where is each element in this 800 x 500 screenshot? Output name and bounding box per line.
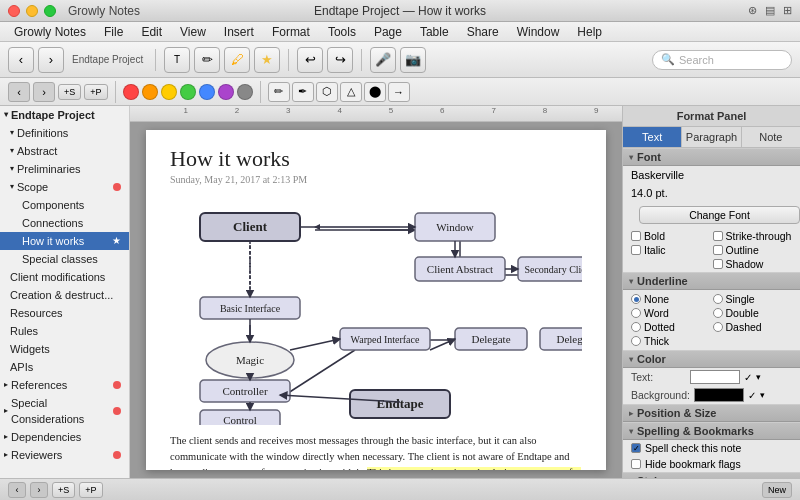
underline-section-header[interactable]: ▾ Underline <box>623 272 800 290</box>
minimize-button[interactable] <box>26 5 38 17</box>
underline-dashed[interactable]: Dashed <box>713 321 793 333</box>
underline-single[interactable]: Single <box>713 293 793 305</box>
menu-view[interactable]: View <box>172 22 214 42</box>
underline-dotted[interactable]: Dotted <box>631 321 711 333</box>
underline-word[interactable]: Word <box>631 307 711 319</box>
bg-color-swatch[interactable] <box>694 388 744 402</box>
bottom-tag-s[interactable]: +S <box>52 482 75 498</box>
draw-btn-5[interactable]: ⬤ <box>364 82 386 102</box>
strikethrough-checkbox[interactable]: Strike-through <box>713 230 793 242</box>
menu-share[interactable]: Share <box>459 22 507 42</box>
underline-double[interactable]: Double <box>713 307 793 319</box>
color-yellow[interactable] <box>161 84 177 100</box>
sidebar-item-apis[interactable]: APIs <box>0 358 129 376</box>
font-section-header[interactable]: ▾ Font <box>623 148 800 166</box>
color-blue[interactable] <box>199 84 215 100</box>
pencil-tool[interactable]: ✏ <box>194 47 220 73</box>
color-orange[interactable] <box>142 84 158 100</box>
menu-window[interactable]: Window <box>509 22 568 42</box>
menu-table[interactable]: Table <box>412 22 457 42</box>
bottom-new-btn[interactable]: New <box>762 482 792 498</box>
sidebar-item-definitions[interactable]: ▾ Definitions <box>0 124 129 142</box>
outline-checkbox[interactable]: Outline <box>713 244 793 256</box>
sidebar-item-how-it-works[interactable]: How it works ★ <box>0 232 129 250</box>
sidebar-item-creation[interactable]: Creation & destruct... <box>0 286 129 304</box>
dropdown-icon[interactable]: ▾ <box>756 372 761 382</box>
nav-fwd-btn[interactable]: › <box>33 82 55 102</box>
draw-btn-3[interactable]: ⬡ <box>316 82 338 102</box>
sidebar-item-connections[interactable]: Connections <box>0 214 129 232</box>
color-section-header[interactable]: ▾ Color <box>623 350 800 368</box>
highlight-tool[interactable]: 🖊 <box>224 47 250 73</box>
draw-btn-6[interactable]: → <box>388 82 410 102</box>
bold-checkbox[interactable]: Bold <box>631 230 711 242</box>
draw-btn-4[interactable]: △ <box>340 82 362 102</box>
sidebar-item-dependencies[interactable]: ▸ Dependencies <box>0 428 129 446</box>
svg-text:Endtape: Endtape <box>377 396 424 411</box>
sidebar-item-preliminaries[interactable]: ▾ Preliminaries <box>0 160 129 178</box>
forward-button[interactable]: › <box>38 47 64 73</box>
color-purple[interactable] <box>218 84 234 100</box>
menu-tools[interactable]: Tools <box>320 22 364 42</box>
nav-back-btn[interactable]: ‹ <box>8 82 30 102</box>
spell-check-row[interactable]: ✓ Spell check this note <box>623 440 800 456</box>
sidebar-item-resources[interactable]: Resources <box>0 304 129 322</box>
tab-note[interactable]: Note <box>742 127 800 147</box>
menu-file[interactable]: File <box>96 22 131 42</box>
color-gray[interactable] <box>237 84 253 100</box>
sidebar-label: Client modifications <box>10 269 105 285</box>
sidebar-label: Creation & destruct... <box>10 287 113 303</box>
shadow-checkbox[interactable]: Shadow <box>713 258 793 270</box>
mic-tool[interactable]: 🎤 <box>370 47 396 73</box>
draw-btn-2[interactable]: ✒ <box>292 82 314 102</box>
back-button[interactable]: ‹ <box>8 47 34 73</box>
close-button[interactable] <box>8 5 20 17</box>
sidebar-item-components[interactable]: Components <box>0 196 129 214</box>
underline-none[interactable]: None <box>631 293 711 305</box>
menu-growly[interactable]: Growly Notes <box>6 22 94 42</box>
position-section-header[interactable]: ▸ Position & Size <box>623 404 800 422</box>
text-color-swatch[interactable] <box>690 370 740 384</box>
color-green[interactable] <box>180 84 196 100</box>
underline-thick[interactable]: Thick <box>631 335 711 347</box>
menu-edit[interactable]: Edit <box>133 22 170 42</box>
menu-format[interactable]: Format <box>264 22 318 42</box>
sidebar-item-scope[interactable]: ▾ Scope <box>0 178 129 196</box>
tab-paragraph[interactable]: Paragraph <box>682 127 741 147</box>
bottom-back-btn[interactable]: ‹ <box>8 482 26 498</box>
change-font-button[interactable]: Change Font <box>639 206 800 224</box>
maximize-button[interactable] <box>44 5 56 17</box>
menu-insert[interactable]: Insert <box>216 22 262 42</box>
hide-bookmarks-row[interactable]: Hide bookmark flags <box>623 456 800 472</box>
redo-button[interactable]: ↪ <box>327 47 353 73</box>
menu-page[interactable]: Page <box>366 22 410 42</box>
hide-bookmarks-label: Hide bookmark flags <box>645 458 741 470</box>
sidebar-item-reviewers[interactable]: ▸ Reviewers <box>0 446 129 464</box>
color-red[interactable] <box>123 84 139 100</box>
bg-dropdown-icon[interactable]: ▾ <box>760 390 765 400</box>
shortcut-s[interactable]: +S <box>58 84 81 100</box>
style-section-header[interactable]: ▾ Style <box>623 472 800 478</box>
bottom-tag-p[interactable]: +P <box>79 482 102 498</box>
sidebar-item-special-considerations[interactable]: ▸ Special Considerations <box>0 394 129 428</box>
camera-tool[interactable]: 📷 <box>400 47 426 73</box>
italic-checkbox[interactable]: Italic <box>631 244 711 256</box>
bottom-fwd-btn[interactable]: › <box>30 482 48 498</box>
search-box[interactable]: 🔍 Search <box>652 50 792 70</box>
text-tool[interactable]: T <box>164 47 190 73</box>
shortcut-p[interactable]: +P <box>84 84 107 100</box>
spelling-section-header[interactable]: ▾ Spelling & Bookmarks <box>623 422 800 440</box>
sidebar-item-references[interactable]: ▸ References <box>0 376 129 394</box>
sidebar-item-client-mods[interactable]: Client modifications <box>0 268 129 286</box>
menu-help[interactable]: Help <box>569 22 610 42</box>
tab-text[interactable]: Text <box>623 127 682 147</box>
undo-button[interactable]: ↩ <box>297 47 323 73</box>
sidebar-item-abstract[interactable]: ▾ Abstract <box>0 142 129 160</box>
doc-scroll[interactable]: How it works Sunday, May 21, 2017 at 2:1… <box>130 122 622 478</box>
sidebar-item-endtape[interactable]: ▾ Endtape Project <box>0 106 129 124</box>
sidebar-item-special-classes[interactable]: Special classes <box>0 250 129 268</box>
star-tool[interactable]: ★ <box>254 47 280 73</box>
sidebar-item-rules[interactable]: Rules <box>0 322 129 340</box>
sidebar-item-widgets[interactable]: Widgets <box>0 340 129 358</box>
draw-btn-1[interactable]: ✏ <box>268 82 290 102</box>
